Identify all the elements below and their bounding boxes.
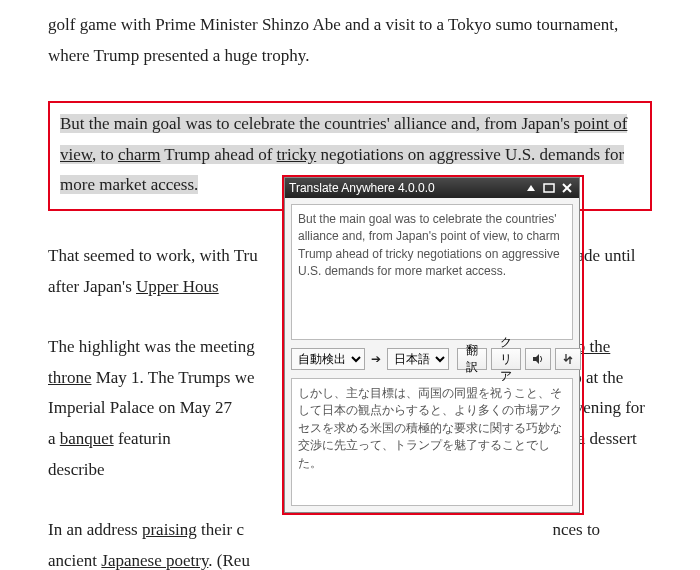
link-charm[interactable]: charm — [118, 145, 160, 164]
close-icon[interactable] — [559, 181, 575, 195]
target-language-select[interactable]: 日本語 — [387, 348, 449, 370]
svg-marker-0 — [527, 185, 535, 191]
link-upper-house[interactable]: Upper Hous — [136, 277, 219, 296]
text: In an address — [48, 520, 142, 539]
arrow-right-icon: ➔ — [369, 352, 383, 366]
translate-popup[interactable]: Translate Anywhere 4.0.0.0 But the main … — [284, 177, 580, 513]
popup-title: Translate Anywhere 4.0.0.0 — [289, 181, 521, 195]
text: . (Reu — [208, 551, 250, 570]
link-praising[interactable]: praising — [142, 520, 197, 539]
text: May 1. The Trumps we — [96, 368, 255, 387]
minimize-icon[interactable] — [523, 181, 539, 195]
text: But the main goal was to celebrate the c… — [60, 114, 574, 133]
output-text-pane[interactable]: しかし、主な目標は、両国の同盟を祝うこと、そして日本の観点からすると、より多くの… — [291, 378, 573, 506]
text: featurin — [114, 429, 171, 448]
popup-titlebar[interactable]: Translate Anywhere 4.0.0.0 — [285, 178, 579, 198]
link-tricky[interactable]: tricky — [277, 145, 317, 164]
text: , to — [92, 145, 118, 164]
text: The highlight was the meeting — [48, 337, 255, 356]
swap-icon[interactable] — [555, 348, 581, 370]
maximize-icon[interactable] — [541, 181, 557, 195]
text: That seemed to work, with Tru — [48, 246, 258, 265]
source-language-select[interactable]: 自動検出 — [291, 348, 365, 370]
clear-button[interactable]: クリア — [491, 348, 521, 370]
source-text-pane[interactable]: But the main goal was to celebrate the c… — [291, 204, 573, 340]
link-banquet[interactable]: banquet — [60, 429, 114, 448]
svg-marker-4 — [533, 354, 539, 364]
translate-popup-highlight: Translate Anywhere 4.0.0.0 But the main … — [282, 175, 584, 515]
translate-button[interactable]: 翻訳 — [457, 348, 487, 370]
speak-icon[interactable] — [525, 348, 551, 370]
link-japanese-poetry[interactable]: Japanese poetry — [101, 551, 208, 570]
svg-rect-1 — [544, 184, 554, 192]
control-bar: 自動検出 ➔ 日本語 翻訳 クリア — [285, 346, 579, 372]
text: Trump ahead of — [160, 145, 276, 164]
article-paragraph: In an address praising their c nces to a… — [48, 515, 652, 570]
text: their c — [197, 520, 244, 539]
article-paragraph: golf game with Prime Minister Shinzo Abe… — [48, 10, 652, 71]
